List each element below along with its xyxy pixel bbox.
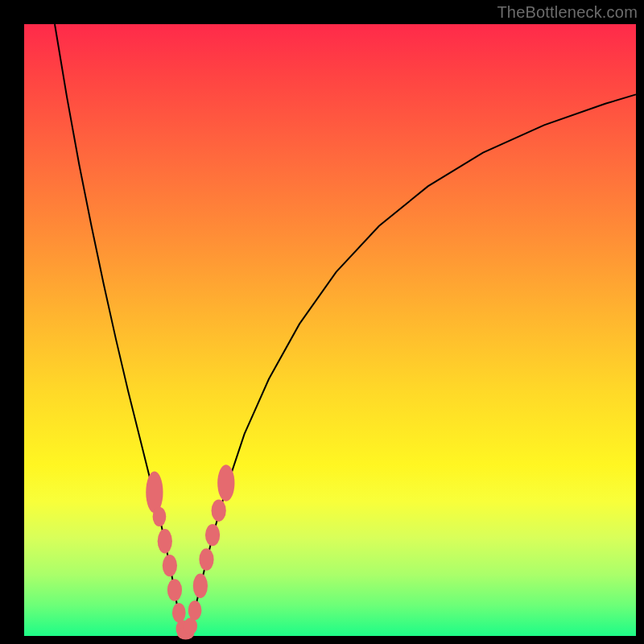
chart-frame: TheBottleneck.com [0, 0, 644, 644]
chart-svg [24, 24, 636, 636]
data-marker [163, 555, 177, 576]
data-marker [193, 573, 208, 597]
data-marker [205, 524, 220, 546]
data-marker [153, 507, 167, 526]
data-marker [146, 472, 163, 514]
data-marker [217, 464, 234, 502]
curve-right-branch [188, 94, 636, 634]
data-markers [146, 464, 234, 639]
plot-area [24, 24, 636, 636]
data-marker [167, 579, 182, 601]
data-marker [188, 601, 202, 620]
data-marker [172, 603, 186, 622]
watermark-text: TheBottleneck.com [497, 3, 638, 22]
data-marker [184, 617, 197, 634]
data-marker [199, 548, 213, 570]
data-marker [212, 500, 226, 522]
data-marker [158, 529, 172, 553]
